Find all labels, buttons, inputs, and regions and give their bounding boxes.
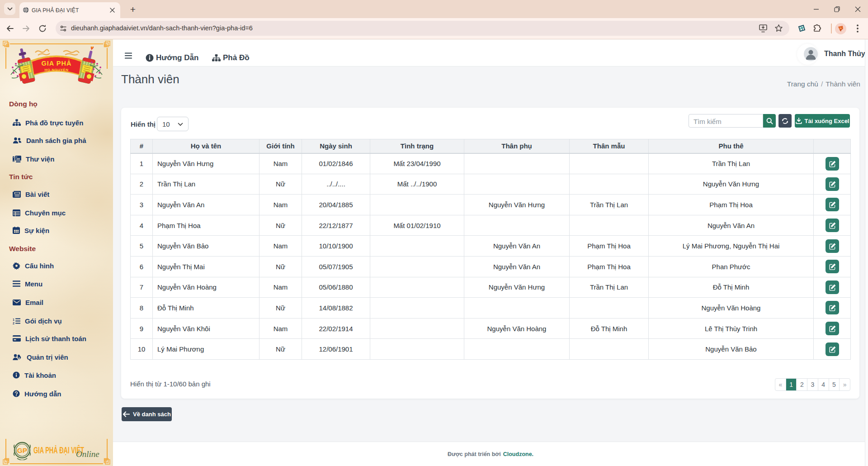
svg-text:1: 1	[13, 318, 14, 321]
svg-text:GP: GP	[17, 447, 27, 454]
svg-text:Online: Online	[76, 449, 99, 459]
svg-text:GIA PHẢ: GIA PHẢ	[42, 60, 72, 67]
svg-text:HỌ NGUYỄN: HỌ NGUYỄN	[45, 68, 69, 72]
svg-text:2: 2	[13, 321, 14, 324]
